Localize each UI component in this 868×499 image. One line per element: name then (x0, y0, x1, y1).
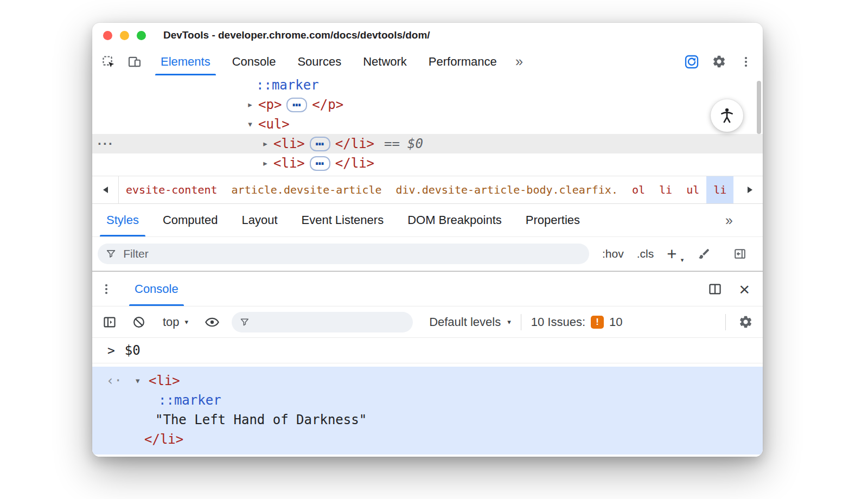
chevron-double-icon: ›› (515, 53, 521, 70)
console-filter-input[interactable] (254, 315, 405, 329)
expand-inline-button[interactable]: … (310, 156, 330, 171)
titlebar: DevTools - developer.chrome.com/docs/dev… (92, 23, 763, 48)
tag-open: <li> (149, 373, 180, 388)
more-panels-button[interactable]: ›› (508, 48, 529, 75)
tab-performance[interactable]: Performance (418, 48, 508, 75)
tab-network[interactable]: Network (352, 48, 418, 75)
settings-button[interactable] (707, 50, 730, 73)
dom-node-li-selected[interactable]: ··· ▸ <li> … </li> == $0 (92, 134, 763, 153)
tab-sources[interactable]: Sources (286, 48, 352, 75)
expand-inline-button[interactable]: … (286, 98, 307, 112)
breadcrumb-item[interactable]: ol (625, 176, 652, 203)
toggle-sidebar-button[interactable] (729, 242, 751, 265)
create-live-expression-button[interactable] (202, 312, 222, 332)
caret-down-icon: ▾ (185, 318, 189, 326)
clear-console-button[interactable] (129, 312, 149, 332)
format-styles-button[interactable] (693, 242, 716, 265)
elements-tree-panel: ::marker ▸ <p> … </p> ▾ <ul> ··· ▸ <li> … (92, 75, 763, 176)
sync-icon (684, 54, 699, 69)
tab-event-listeners[interactable]: Event Listeners (290, 204, 396, 236)
inspect-icon (101, 55, 116, 69)
breadcrumb-scroll-left-button[interactable] (92, 176, 119, 203)
devtools-window: DevTools - developer.chrome.com/docs/dev… (92, 23, 763, 457)
breadcrumb-item[interactable]: li (652, 176, 679, 203)
tab-computed[interactable]: Computed (151, 204, 230, 236)
device-toolbar-button[interactable] (122, 48, 148, 75)
tab-elements[interactable]: Elements (150, 48, 221, 75)
tab-label: Console (232, 55, 276, 69)
new-style-rule-button[interactable]: + ▾ (667, 246, 676, 263)
disclosure-collapsed-icon[interactable]: ▸ (257, 139, 273, 149)
main-menu-button[interactable] (735, 50, 757, 73)
toggle-hover-state-button[interactable]: :hov (602, 247, 624, 260)
zoom-window-button[interactable] (137, 31, 146, 40)
disclosure-collapsed-icon[interactable]: ▸ (257, 158, 273, 168)
dom-node-marker-pseudo[interactable]: ::marker (92, 75, 763, 95)
styles-filter-row: :hov .cls + ▾ (92, 237, 763, 271)
tab-layout[interactable]: Layout (229, 204, 289, 236)
dom-node-p[interactable]: ▸ <p> … </p> (92, 95, 763, 114)
split-view-icon (708, 282, 722, 296)
node-options-icon[interactable]: ··· (98, 134, 114, 153)
issues-label: 10 Issues: (531, 315, 585, 329)
gear-icon (712, 54, 726, 69)
vertical-scrollbar[interactable] (757, 81, 761, 134)
console-prompt-row[interactable]: > $0 (92, 338, 763, 363)
log-levels-selector[interactable]: Default levels ▾ (429, 315, 511, 329)
tab-label: Properties (526, 213, 580, 227)
disclosure-collapsed-icon[interactable]: ▸ (242, 100, 258, 110)
tag-close: </p> (312, 97, 343, 112)
more-style-tabs-button[interactable]: ›› (725, 204, 731, 236)
split-panel-button[interactable] (705, 279, 725, 299)
expand-inline-button[interactable]: … (310, 137, 330, 151)
console-settings-button[interactable] (736, 312, 755, 332)
breadcrumb-item[interactable]: article.devsite-article (225, 176, 389, 203)
tab-console[interactable]: Console (221, 48, 287, 75)
tab-properties[interactable]: Properties (514, 204, 592, 236)
styles-filter-field[interactable] (98, 244, 589, 264)
dom-node-li[interactable]: ▸ <li> … </li> (92, 153, 763, 173)
clear-icon (132, 315, 146, 329)
tab-label: Elements (161, 55, 210, 69)
accessibility-overlay-button[interactable] (711, 99, 743, 132)
breadcrumb-item[interactable]: evsite-content (119, 176, 225, 203)
disclosure-expanded-icon[interactable]: ▾ (242, 119, 258, 129)
sync-button[interactable] (680, 50, 703, 73)
tab-styles[interactable]: Styles (94, 204, 151, 236)
tab-label: Computed (163, 213, 218, 227)
chevron-right-icon (748, 187, 752, 193)
pseudo-element-label: ::marker (256, 78, 319, 93)
text-node-value: "The Left Hand of Darkness" (155, 412, 367, 427)
issues-counter-button[interactable]: 10 Issues: ! 10 (531, 315, 623, 329)
console-sidebar-button[interactable] (100, 312, 119, 332)
console-drawer-header: Console × (92, 271, 763, 306)
breadcrumb-scroll-right-button[interactable] (737, 176, 763, 203)
execution-context-selector[interactable]: top ▾ (158, 315, 193, 329)
console-result-block: ‹· ▾ <li> ::marker "The Left Hand of Dar… (92, 367, 763, 455)
accessibility-person-icon (718, 106, 736, 125)
dom-node-ul[interactable]: ▾ <ul> (92, 114, 763, 134)
issue-warning-icon: ! (591, 316, 604, 329)
tag-close: </li> (335, 156, 374, 171)
caret-down-icon: ▾ (681, 257, 684, 263)
drawer-tab-console[interactable]: Console (125, 272, 188, 306)
breadcrumb-item[interactable]: ul (679, 176, 706, 203)
drawer-menu-button[interactable] (92, 272, 120, 306)
minimize-window-button[interactable] (120, 31, 129, 40)
tab-dom-breakpoints[interactable]: DOM Breakpoints (395, 204, 514, 236)
styles-filter-input[interactable] (122, 247, 582, 261)
console-filter-field[interactable] (232, 312, 413, 332)
breadcrumb-item[interactable]: div.devsite-article-body.clearfix. (389, 176, 625, 203)
close-drawer-button[interactable]: × (739, 280, 750, 298)
tab-label: Layout (241, 213, 277, 227)
tag-close: </li> (144, 432, 183, 447)
disclosure-expanded-icon[interactable]: ▾ (136, 376, 149, 386)
toggle-element-classes-button[interactable]: .cls (637, 247, 654, 260)
toolbar-divider (725, 314, 726, 330)
breadcrumb-item-selected[interactable]: li (706, 176, 733, 203)
close-icon: × (739, 279, 750, 299)
breadcrumb: evsite-content article.devsite-article d… (92, 176, 763, 204)
inspect-element-button[interactable] (95, 48, 122, 75)
equals-sign: == (384, 136, 400, 151)
close-window-button[interactable] (103, 31, 112, 40)
